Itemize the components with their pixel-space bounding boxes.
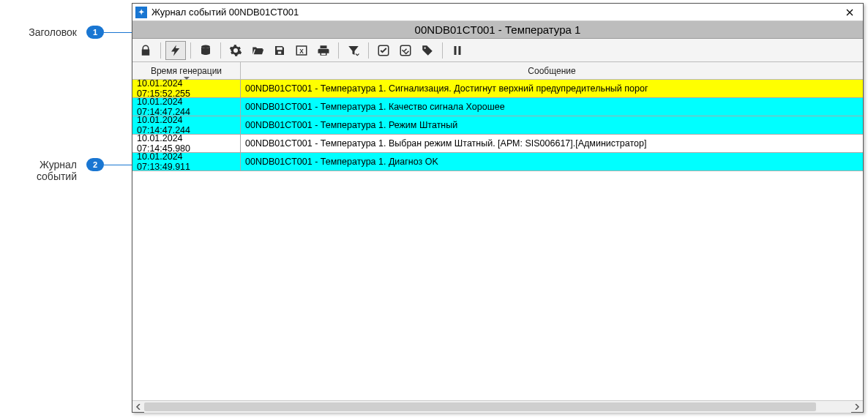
tag-icon [421,44,434,57]
sort-desc-icon [184,77,190,80]
scroll-left-button[interactable] [132,401,144,413]
settings-button[interactable] [225,41,246,60]
table-row[interactable]: 10.01.2024 07:13:49.911 00NDB01CT001 - Т… [132,153,863,171]
cell-message: 00NDB01CT001 - Температура 1. Режим Штат… [241,116,863,134]
ack-button[interactable] [373,41,394,60]
svg-text:X: X [299,48,304,54]
cell-time: 10.01.2024 07:14:47.244 [132,98,241,116]
callout-line-2 [104,165,132,165]
callout-label-1: Заголовок [0,26,77,38]
export-excel-button[interactable]: X [291,41,312,60]
svg-rect-8 [454,46,457,55]
save-button[interactable] [269,41,290,60]
svg-rect-9 [459,46,461,55]
scroll-right-button[interactable] [851,401,863,413]
table-row[interactable]: 10.01.2024 07:14:47.244 00NDB01CT001 - Т… [132,98,863,116]
save-icon [273,44,286,57]
table-row[interactable]: 10.01.2024 07:14:45.980 00NDB01CT001 - Т… [132,135,863,153]
close-button[interactable] [839,4,860,20]
toolbar-sep [160,42,161,59]
window-title: Журнал событий 00NDB01CT001 [151,7,839,18]
callout-badge-2: 2 [86,158,104,171]
column-header-time-label: Время генерации [151,66,222,76]
lock-button[interactable] [135,41,156,60]
chevron-right-icon [854,404,860,410]
cell-message: 00NDB01CT001 - Температура 1. Качество с… [241,98,863,116]
toolbar-sep [220,42,221,59]
toolbar: X [132,39,863,62]
filter-button[interactable] [343,41,364,60]
excel-icon: X [295,44,308,57]
subject-header: 00NDB01CT001 - Температура 1 [132,21,863,39]
scrollbar-track[interactable] [144,401,851,413]
lock-icon [139,44,152,57]
subject-header-text: 00NDB01CT001 - Температура 1 [415,23,581,36]
horizontal-scrollbar[interactable] [132,400,863,412]
svg-point-7 [424,47,426,48]
event-journal-window: ✦ Журнал событий 00NDB01CT001 00NDB01CT0… [132,3,864,413]
check-square-all-icon [399,44,412,57]
filter-icon [347,44,360,57]
cell-time: 10.01.2024 07:14:47.244 [132,116,241,134]
svg-point-2 [201,45,210,48]
column-header-message-label: Сообщение [528,66,575,76]
gear-icon [229,44,242,57]
check-square-icon [377,44,390,57]
column-header-time[interactable]: Время генерации [132,62,241,79]
bolt-button[interactable] [165,41,186,60]
toolbar-sep [338,42,339,59]
cell-message: 00NDB01CT001 - Температура 1. Выбран реж… [241,135,863,152]
callout-line-1 [104,32,132,33]
database-icon [199,44,212,57]
table-row[interactable]: 10.01.2024 07:15:52.255 00NDB01CT001 - Т… [132,80,863,98]
pause-icon [451,44,464,57]
table-row[interactable]: 10.01.2024 07:14:47.244 00NDB01CT001 - Т… [132,116,863,135]
cell-message: 00NDB01CT001 - Температура 1. Сигнализац… [241,80,863,97]
ack-all-button[interactable] [395,41,416,60]
toolbar-sep [190,42,191,59]
cell-message: 00NDB01CT001 - Температура 1. Диагноз OK [241,153,863,170]
print-button[interactable] [313,41,334,60]
callout-label-2: Журнал событий [0,159,77,182]
scrollbar-thumb[interactable] [144,402,816,411]
cell-time: 10.01.2024 07:14:45.980 [132,135,241,152]
toolbar-sep [368,42,369,59]
open-button[interactable] [247,41,268,60]
chevron-left-icon [135,404,141,410]
toolbar-sep [442,42,443,59]
folder-open-icon [251,44,264,57]
bolt-icon [169,44,182,57]
db-button[interactable] [195,41,216,60]
pause-button[interactable] [447,41,468,60]
grid-header: Время генерации Сообщение [132,62,863,80]
grid-body: 10.01.2024 07:15:52.255 00NDB01CT001 - Т… [132,80,863,400]
column-header-message[interactable]: Сообщение [241,62,863,79]
tag-button[interactable] [417,41,438,60]
window-titlebar: ✦ Журнал событий 00NDB01CT001 [132,4,863,21]
callout-badge-1: 1 [86,26,104,39]
cell-time: 10.01.2024 07:15:52.255 [132,80,241,97]
cell-time: 10.01.2024 07:13:49.911 [132,153,241,170]
print-icon [317,44,330,57]
close-icon [846,9,853,16]
app-icon: ✦ [135,7,147,18]
